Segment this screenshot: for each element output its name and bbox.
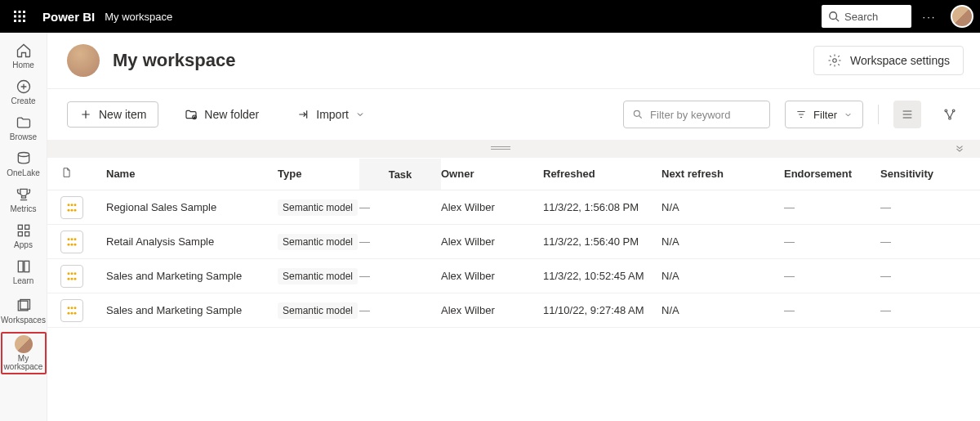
- import-label: Import: [316, 108, 349, 121]
- content-table: Name Type Task Owner Refreshed Next refr…: [47, 158, 980, 328]
- nav-browse[interactable]: Browse: [2, 110, 45, 146]
- svg-rect-8: [23, 20, 25, 22]
- nav-create[interactable]: Create: [2, 74, 45, 110]
- search-placeholder: Search: [844, 11, 878, 23]
- cell-sensitivity: —: [880, 304, 954, 316]
- cell-task: —: [359, 235, 441, 248]
- col-task[interactable]: Task: [359, 159, 441, 190]
- svg-rect-2: [23, 11, 25, 13]
- chevron-down-icon: [844, 110, 853, 119]
- list-view-button[interactable]: [893, 101, 921, 128]
- svg-point-42: [68, 277, 70, 280]
- svg-rect-3: [14, 16, 16, 18]
- col-next-refresh[interactable]: Next refresh: [662, 168, 784, 180]
- cell-sensitivity: —: [880, 201, 954, 213]
- nav-home-label: Home: [12, 60, 34, 69]
- plus-icon: [79, 108, 92, 121]
- table-row[interactable]: Sales and Marketing Sample Semantic mode…: [47, 259, 980, 293]
- svg-point-25: [952, 110, 955, 112]
- cell-refreshed: 11/3/22, 1:56:40 PM: [543, 235, 662, 248]
- nav-my-workspace[interactable]: My workspace: [1, 332, 47, 374]
- cell-task: —: [359, 201, 441, 213]
- new-item-button[interactable]: New item: [67, 101, 158, 128]
- cell-owner: Alex Wilber: [441, 270, 543, 282]
- table-row[interactable]: Sales and Marketing Sample Semantic mode…: [47, 293, 980, 328]
- semantic-model-icon: [60, 231, 83, 253]
- more-options-button[interactable]: ···: [915, 2, 944, 31]
- ellipsis-icon: ···: [923, 11, 937, 23]
- filter-button[interactable]: Filter: [785, 101, 863, 128]
- col-refreshed[interactable]: Refreshed: [543, 168, 662, 180]
- cell-endorsement: —: [784, 270, 880, 282]
- lineage-view-button[interactable]: [936, 101, 964, 128]
- col-icon[interactable]: [60, 167, 106, 181]
- app-launcher-button[interactable]: [7, 3, 33, 29]
- search-input[interactable]: Search: [822, 5, 911, 28]
- new-folder-button[interactable]: New folder: [173, 102, 270, 127]
- nav-home[interactable]: Home: [2, 38, 45, 74]
- nav-create-label: Create: [11, 96, 35, 105]
- filter-keyword-input[interactable]: Filter by keyword: [623, 101, 770, 128]
- col-type[interactable]: Type: [278, 168, 359, 180]
- table-row[interactable]: Retail Analysis Sample Semantic model — …: [47, 225, 980, 259]
- svg-point-40: [71, 272, 74, 275]
- cell-name[interactable]: Sales and Marketing Sample: [106, 270, 278, 282]
- cell-endorsement: —: [784, 235, 880, 248]
- gear-icon: [827, 53, 842, 68]
- breadcrumb[interactable]: My workspace: [105, 11, 172, 23]
- new-item-label: New item: [99, 108, 146, 121]
- cell-owner: Alex Wilber: [441, 304, 543, 316]
- my-workspace-avatar-icon: [15, 335, 33, 353]
- svg-point-12: [18, 152, 29, 156]
- svg-point-41: [74, 272, 77, 275]
- workspace-avatar: [67, 44, 100, 77]
- cell-type: Semantic model: [278, 234, 359, 250]
- cell-name[interactable]: Regional Sales Sample: [106, 201, 278, 213]
- resize-bar[interactable]: [47, 140, 980, 158]
- collapse-chevrons-icon[interactable]: [954, 142, 965, 156]
- col-name[interactable]: Name: [106, 168, 278, 180]
- file-icon: [60, 167, 72, 178]
- col-endorsement[interactable]: Endorsement: [784, 168, 880, 180]
- cell-type: Semantic model: [278, 199, 359, 216]
- svg-point-26: [949, 117, 951, 119]
- nav-onelake-label: OneLake: [7, 168, 40, 177]
- workspace-settings-button[interactable]: Workspace settings: [813, 46, 964, 75]
- svg-rect-0: [14, 11, 16, 13]
- col-sensitivity[interactable]: Sensitivity: [880, 168, 954, 180]
- search-icon: [632, 109, 644, 120]
- filter-label: Filter: [813, 109, 837, 121]
- nav-learn[interactable]: Learn: [2, 253, 45, 289]
- home-icon: [16, 43, 32, 59]
- import-button[interactable]: Import: [285, 102, 376, 127]
- cell-next-refresh: N/A: [662, 270, 784, 282]
- svg-rect-1: [19, 11, 21, 13]
- filter-icon: [795, 109, 807, 120]
- workspace-settings-label: Workspace settings: [850, 54, 950, 67]
- nav-metrics[interactable]: Metrics: [2, 181, 45, 217]
- toolbar-divider: [878, 105, 879, 124]
- cell-endorsement: —: [784, 304, 880, 316]
- cell-next-refresh: N/A: [662, 235, 784, 248]
- plus-circle-icon: [16, 78, 32, 95]
- filter-keyword-placeholder: Filter by keyword: [650, 109, 730, 121]
- cell-name[interactable]: Sales and Marketing Sample: [106, 304, 278, 316]
- nav-apps[interactable]: Apps: [2, 217, 45, 253]
- col-owner[interactable]: Owner: [441, 168, 543, 180]
- nav-workspaces[interactable]: Workspaces: [2, 289, 45, 332]
- svg-rect-7: [19, 20, 21, 22]
- cell-name[interactable]: Retail Analysis Sample: [106, 235, 278, 248]
- user-avatar[interactable]: [951, 5, 973, 28]
- nav-apps-label: Apps: [14, 240, 33, 249]
- svg-rect-17: [18, 261, 23, 271]
- cell-endorsement: —: [784, 201, 880, 213]
- svg-rect-4: [19, 16, 21, 18]
- svg-point-44: [74, 277, 77, 280]
- book-icon: [16, 258, 32, 275]
- svg-point-34: [71, 238, 74, 240]
- svg-point-35: [74, 238, 77, 240]
- svg-point-9: [830, 12, 837, 20]
- nav-onelake[interactable]: OneLake: [2, 146, 45, 181]
- table-row[interactable]: Regional Sales Sample Semantic model — A…: [47, 190, 980, 225]
- brand-label: Power BI: [42, 10, 95, 24]
